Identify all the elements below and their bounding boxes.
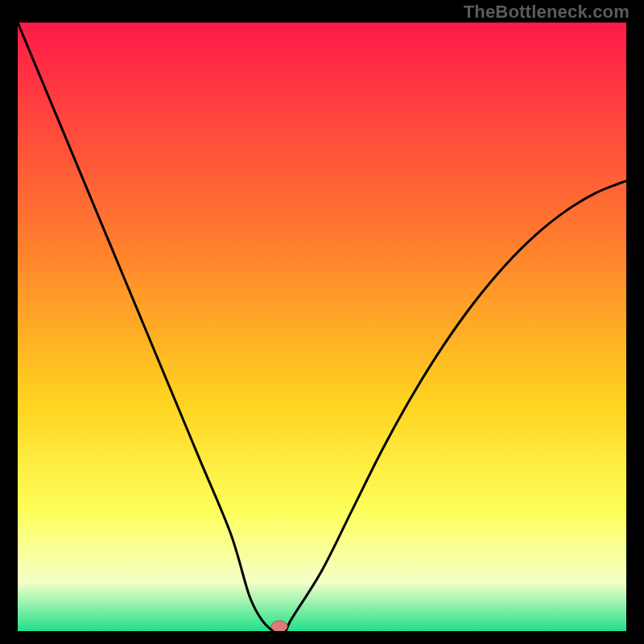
watermark-text: TheBottleneck.com <box>464 2 630 23</box>
chart-svg <box>18 23 626 631</box>
gradient-background <box>18 23 626 631</box>
chart-container: TheBottleneck.com <box>0 0 644 644</box>
plot-frame <box>18 23 626 631</box>
optimum-marker <box>271 621 287 631</box>
